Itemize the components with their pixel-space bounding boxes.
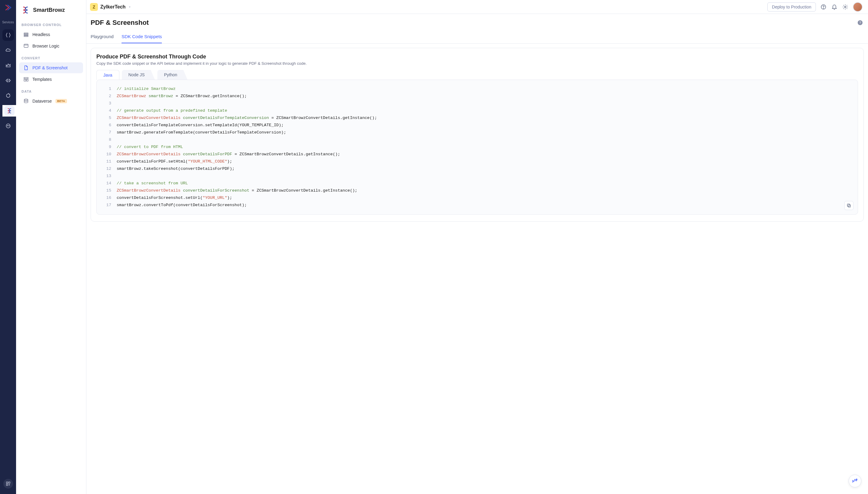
code-line: 12smartBrowz.takeScreenshot(convertDetai… [103,165,852,173]
browser-logic-icon [23,43,29,49]
svg-rect-5 [8,482,10,483]
brand-icon [21,5,30,15]
deploy-button[interactable]: Deploy to Production [767,2,816,12]
code-line: 2ZCSmartBrowz smartBrowz = ZCSmartBrowz.… [103,93,852,100]
sidebar-item-browser-logic[interactable]: Browser Logic [19,41,83,52]
line-number: 16 [103,194,111,202]
rail-services-label: Services [2,21,14,24]
sidebar-item-dataverse[interactable]: DataverseBETA [19,96,83,107]
templates-icon [23,77,29,82]
pdf-screenshot-icon [23,65,29,71]
code-line: 14// take a screenshot from URL [103,180,852,187]
assistant-fab[interactable] [849,475,861,487]
svg-point-16 [823,8,824,8]
svg-point-1 [6,124,10,128]
lang-tab-python[interactable]: Python [157,70,187,80]
rail-service-5[interactable] [2,90,14,101]
sidebar-section-label: CONVERT [16,52,86,62]
line-number: 6 [103,122,111,129]
headless-icon [23,32,29,37]
svg-rect-19 [847,204,850,206]
help-icon[interactable] [820,4,827,10]
line-number: 12 [103,165,111,173]
code-line: 10ZCSmartBrowzConvertDetails convertDeta… [103,151,852,158]
lang-tab-java[interactable]: Java [96,70,120,80]
org-badge: Z [90,3,98,11]
code-line: 15ZCSmartBrowzConvertDetails convertDeta… [103,187,852,194]
code-line: 7smartBrowz.generateFromTemplate(convert… [103,129,852,136]
line-number: 7 [103,129,111,136]
page-tabs: PlaygroundSDK Code Snippets [86,27,868,43]
code-line: 3 [103,100,852,107]
svg-rect-9 [24,36,28,37]
dataverse-icon [23,98,29,104]
page-title: PDF & Screenshot [91,19,858,27]
code-line: 6convertDetailsForTemplateConversion.set… [103,122,852,129]
line-number: 9 [103,144,111,151]
line-number: 5 [103,114,111,122]
topbar: Z ZylkerTech Deploy to Production [86,0,868,14]
svg-point-3 [8,125,9,126]
svg-rect-11 [24,77,28,79]
rail-apps-button[interactable] [3,479,13,489]
sidebar-item-pdf-screenshot[interactable]: PDF & Screenshot [19,62,83,73]
sidebar-section-label: BROWSER CONTROL [16,19,86,28]
svg-rect-6 [6,484,8,486]
line-number: 8 [103,136,111,144]
rail-service-2[interactable] [2,44,14,56]
code-line: 17smartBrowz.convertToPdf(convertDetails… [103,202,852,209]
sidebar-section-label: DATA [16,86,86,95]
tab-playground[interactable]: Playground [91,32,114,43]
line-number: 10 [103,151,111,158]
sidebar-item-label: PDF & Screenshot [32,65,68,70]
panel-title: Produce PDF & Screenshot Through Code [96,54,858,60]
sidebar-item-label: Dataverse [32,99,52,103]
svg-rect-7 [24,33,28,34]
content: PDF & Screenshot ? PlaygroundSDK Code Sn… [86,14,868,494]
rail-service-1[interactable] [2,30,14,41]
line-number: 15 [103,187,111,194]
line-number: 17 [103,202,111,209]
code-line: 5ZCSmartBrowzConvertDetails convertDetai… [103,114,852,122]
org-switcher[interactable]: Z ZylkerTech [86,0,133,14]
sidebar-item-label: Browser Logic [32,43,59,49]
main: Z ZylkerTech Deploy to Production PDF & … [86,0,868,494]
bell-icon[interactable] [831,4,838,10]
org-name: ZylkerTech [100,4,125,10]
svg-rect-13 [27,79,28,81]
line-number: 2 [103,93,111,100]
sidebar-item-templates[interactable]: Templates [19,74,83,85]
brand-title: SmartBrowz [33,7,65,13]
sidebar-item-headless[interactable]: Headless [19,29,83,40]
svg-point-17 [845,6,846,7]
svg-rect-18 [848,205,850,207]
svg-rect-12 [24,79,26,81]
avatar[interactable] [853,2,863,12]
svg-rect-8 [24,34,28,35]
tab-sdk[interactable]: SDK Code Snippets [122,32,162,43]
svg-point-2 [7,125,7,126]
line-number: 11 [103,158,111,165]
sdk-panel: Produce PDF & Screenshot Through Code Co… [91,48,864,222]
copy-code-button[interactable] [844,201,853,210]
rail-service-smartbrowz[interactable] [2,105,16,116]
svg-point-20 [856,479,857,480]
code-block: 1// initialize SmartBrowz2ZCSmartBrowz s… [96,80,858,215]
code-line: 9// convert to PDF from HTML [103,144,852,151]
sidebar-item-label: Templates [32,77,52,82]
service-rail: Services [0,0,16,494]
rail-service-3[interactable] [2,60,14,71]
page-help-button[interactable]: ? [858,20,863,25]
product-logo [4,3,13,12]
panel-subtitle: Copy the SDK code snippet or the API bel… [96,61,858,66]
lang-tab-nodejs[interactable]: Node JS [122,70,155,80]
gear-icon[interactable] [842,4,849,10]
line-number: 13 [103,173,111,180]
rail-service-4[interactable] [2,75,14,86]
svg-rect-10 [24,44,28,48]
brand-row: SmartBrowz [16,0,86,19]
code-line: 13 [103,173,852,180]
rail-service-7[interactable] [2,120,14,132]
code-line: 4// generate output from a predefined te… [103,107,852,114]
code-line: 8 [103,136,852,144]
